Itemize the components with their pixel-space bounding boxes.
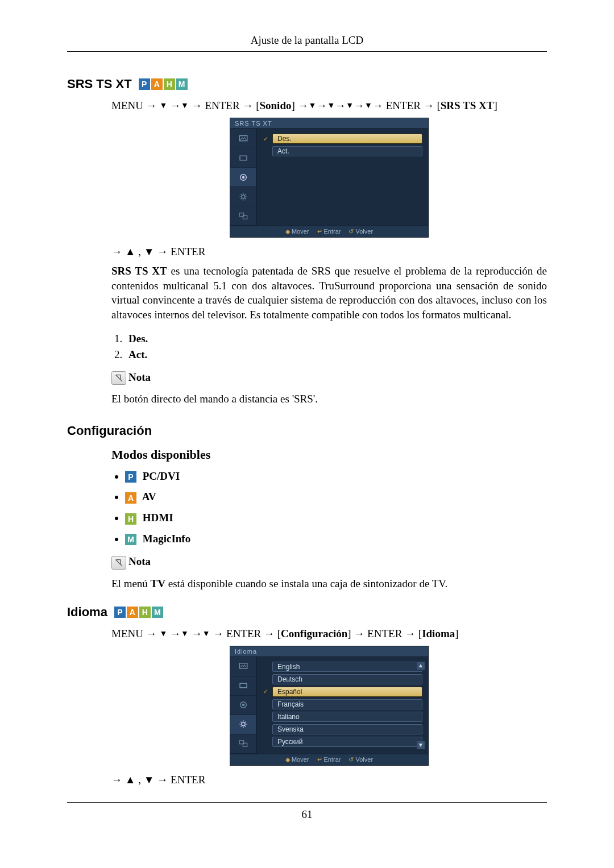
nota-heading: Nota xyxy=(111,555,547,570)
osd-option: Act. xyxy=(272,146,422,156)
down-arrow-icon: ▼ xyxy=(346,101,354,110)
osd-option-des: ✓ Des. xyxy=(262,134,422,144)
idioma-nav-after: → ▲ , ▼ → ENTER xyxy=(111,774,547,786)
enter-icon: ↵ xyxy=(317,756,322,763)
enter-icon: ↵ xyxy=(317,228,322,235)
svg-point-10 xyxy=(242,704,244,707)
osd-option-row: Русский xyxy=(262,737,422,747)
osd-option-row: Deutsch xyxy=(262,674,422,684)
osd-option: English xyxy=(272,662,422,672)
badge-p-icon: P xyxy=(125,471,136,483)
osd-footer: ◆Mover ↵Entrar ↺Volver xyxy=(230,226,428,237)
srs-nota-text: El botón directo del mando a distancia e… xyxy=(111,392,547,406)
config-nota-text: El menú TV está disponible cuando se ins… xyxy=(111,576,547,591)
osd-option-row: English xyxy=(262,662,422,672)
badge-a-icon: A xyxy=(151,78,163,90)
down-arrow-icon: ▼ xyxy=(327,101,335,110)
scroll-up-icon: ▲ xyxy=(417,662,425,670)
move-icon: ◆ xyxy=(285,228,290,235)
check-icon xyxy=(262,663,269,670)
osd-option: Français xyxy=(272,699,422,709)
section-title-srs-text: SRS TS XT xyxy=(67,77,132,92)
page-number: 61 xyxy=(67,808,547,821)
check-icon: ✓ xyxy=(262,688,269,695)
list-item: P PC/DVI xyxy=(125,470,547,483)
check-icon xyxy=(262,738,269,745)
list-item: M MagicInfo xyxy=(125,533,547,546)
down-arrow-icon: ▼ xyxy=(364,101,372,110)
footer-rule xyxy=(67,802,547,803)
modes-title: Modos disponibles xyxy=(111,447,547,462)
section-title-srs: SRS TS XT P A H M xyxy=(67,77,547,92)
osd-options: ✓ Des. Act. xyxy=(256,129,428,226)
osd-options: ▲ ▼ EnglishDeutsch✓EspañolFrançaisItalia… xyxy=(256,657,428,754)
svg-point-3 xyxy=(242,176,244,178)
osd-option: Deutsch xyxy=(272,674,422,684)
osd-sound-icon xyxy=(230,168,256,187)
section-title-idioma: Idioma P A H M xyxy=(67,605,547,620)
osd-option-act: Act. xyxy=(262,146,422,156)
osd-option-row: Svenska xyxy=(262,724,422,734)
osd-picture-icon xyxy=(230,657,256,676)
osd-setup-icon xyxy=(230,715,256,734)
down-arrow-icon: ▼ xyxy=(159,101,167,110)
check-icon xyxy=(262,701,269,708)
osd-option-row: Français xyxy=(262,699,422,709)
list-item: A AV xyxy=(125,491,547,504)
down-arrow-icon: ▼ xyxy=(181,629,189,638)
srs-description: SRS TS XT es una tecnología patentada de… xyxy=(111,264,547,322)
svg-rect-1 xyxy=(240,156,247,160)
osd-option: Italiano xyxy=(272,712,422,722)
badge-h-icon: H xyxy=(164,78,175,90)
osd-option-row: ✓Español xyxy=(262,687,422,697)
mode-badges: P A H M xyxy=(139,78,188,90)
svg-point-11 xyxy=(242,722,245,726)
list-item: Act. xyxy=(125,348,547,361)
osd-option-selected: Español xyxy=(272,687,422,697)
osd-option: Русский xyxy=(272,737,422,747)
note-icon xyxy=(111,371,126,385)
osd-sound-icon xyxy=(230,696,256,715)
osd-multi-icon xyxy=(230,734,256,754)
back-icon: ↺ xyxy=(349,756,354,763)
down-arrow-icon: ▼ xyxy=(181,101,189,110)
nota-heading: Nota xyxy=(111,371,547,385)
osd-title: Idioma xyxy=(230,646,428,657)
srs-menu-path: MENU → ▼ →▼ → ENTER → [Sonido] →▼→▼→▼→▼→… xyxy=(111,99,547,112)
down-arrow-icon: ▼ xyxy=(159,629,167,638)
check-icon xyxy=(262,676,269,683)
osd-sidebar xyxy=(230,129,256,226)
badge-p-icon: P xyxy=(139,78,150,90)
section-title-config: Configuración xyxy=(67,423,547,438)
osd-title: SRS TS XT xyxy=(230,118,428,129)
modes-list: P PC/DVI A AV H HDMI M MagicInfo xyxy=(125,470,547,546)
list-item: H HDMI xyxy=(125,512,547,525)
scroll-down-icon: ▼ xyxy=(417,741,425,749)
mode-badges: P A H M xyxy=(114,607,163,618)
osd-multi-icon xyxy=(230,206,256,226)
osd-input-icon xyxy=(230,148,256,168)
osd-footer: ◆Mover ↵Entrar ↺Volver xyxy=(230,754,428,765)
badge-p-icon: P xyxy=(114,607,126,618)
badge-h-icon: H xyxy=(125,513,136,525)
osd-sidebar xyxy=(230,657,256,754)
badge-m-icon: M xyxy=(125,534,136,545)
srs-nav-after: → ▲ , ▼ → ENTER xyxy=(111,246,547,258)
badge-a-icon: A xyxy=(127,607,138,618)
svg-point-4 xyxy=(242,195,245,198)
page-header: Ajuste de la pantalla LCD xyxy=(67,34,547,51)
idioma-menu-path: MENU → ▼ →▼ →▼ → ENTER → [Configuración]… xyxy=(111,628,547,640)
down-arrow-icon: ▼ xyxy=(309,101,317,110)
osd-option-selected: Des. xyxy=(272,134,422,144)
badge-m-icon: M xyxy=(176,78,188,90)
move-icon: ◆ xyxy=(285,756,290,763)
back-icon: ↺ xyxy=(349,228,354,235)
down-arrow-icon: ▼ xyxy=(202,629,210,638)
check-icon: ✓ xyxy=(262,135,269,142)
osd-input-icon xyxy=(230,676,256,696)
osd-option-row: Italiano xyxy=(262,712,422,722)
svg-rect-8 xyxy=(240,683,247,688)
osd-setup-icon xyxy=(230,187,256,206)
badge-a-icon: A xyxy=(125,492,136,504)
check-icon xyxy=(262,726,269,733)
